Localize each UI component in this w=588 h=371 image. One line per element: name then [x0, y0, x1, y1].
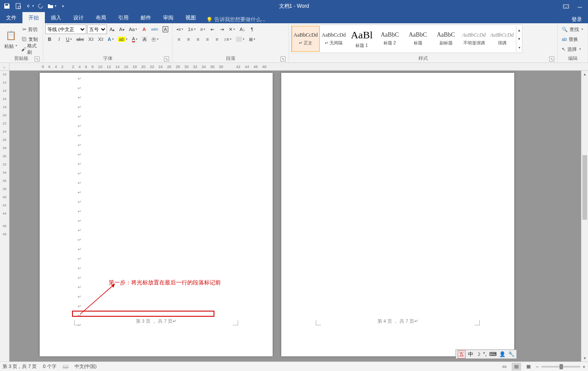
paragraph-group-label: 段落: [226, 56, 236, 61]
paragraph-launcher[interactable]: ⤡: [280, 56, 286, 62]
style-item-1[interactable]: AaBbCcDd↵ 无间隔: [320, 26, 348, 52]
paste-icon: 📋: [4, 28, 18, 42]
qat-dropdown[interactable]: ▾: [58, 1, 68, 11]
cut-button[interactable]: ✂ 剪切: [19, 25, 41, 34]
style-item-4[interactable]: AaBbC标题: [404, 26, 432, 52]
horizontal-ruler[interactable]: ∟ 86422468101214161820222426283032343638…: [0, 63, 588, 71]
phonetic-button[interactable]: A: [140, 25, 148, 34]
ribbon-options-button[interactable]: [560, 1, 572, 11]
asian-layout-button[interactable]: ✕▾: [227, 25, 237, 34]
underline-button[interactable]: U▾: [64, 34, 74, 44]
style-name: 强调: [498, 40, 506, 46]
multilevel-button[interactable]: ≡▾: [198, 25, 207, 34]
tab-view[interactable]: 视图: [179, 12, 202, 23]
clipboard-launcher[interactable]: ⤡: [35, 56, 40, 62]
gallery-up[interactable]: ▲: [516, 26, 522, 34]
strike-button[interactable]: abc: [75, 34, 86, 44]
tab-layout[interactable]: 布局: [90, 12, 112, 23]
paste-button[interactable]: 📋 粘贴▾: [2, 25, 19, 53]
redo-button[interactable]: [35, 1, 46, 11]
save-button[interactable]: [2, 1, 12, 11]
align-center-button[interactable]: ≡: [184, 34, 193, 44]
style-item-6[interactable]: AaBbCcDd不明显强调: [460, 26, 488, 52]
styles-group-label: 样式: [418, 56, 428, 61]
copy-icon: ⿻: [22, 37, 27, 42]
style-preview: AaBbCcDd: [490, 32, 514, 38]
style-preview: AaBbC: [409, 31, 427, 38]
style-item-0[interactable]: AaBbCcDd↵ 正文: [292, 26, 320, 52]
titlebar: ▾ ▾ ▾ 文档1 - Word: [0, 0, 588, 12]
font-color-button[interactable]: A▾: [130, 34, 139, 44]
font-launcher[interactable]: ⤡: [164, 56, 169, 62]
tab-design[interactable]: 设计: [67, 12, 90, 23]
distribute-button[interactable]: ≡: [213, 34, 221, 44]
tab-home[interactable]: 开始: [22, 12, 45, 23]
superscript-button[interactable]: X2: [96, 34, 105, 44]
style-preview: AaBbC: [437, 31, 455, 38]
align-left-button[interactable]: ≡: [175, 34, 183, 44]
decrease-indent-button[interactable]: ⇤: [208, 25, 217, 34]
char-shading-button[interactable]: A: [140, 34, 149, 44]
brush-icon: 🖌: [21, 47, 26, 52]
tell-me-box[interactable]: 💡告诉我您想要做什么...: [202, 16, 265, 23]
highlight-button[interactable]: ab▾: [116, 34, 129, 44]
window-title: 文档1 - Word: [279, 3, 309, 10]
cursor-icon: ↖: [562, 47, 566, 52]
undo-button[interactable]: ▾: [24, 1, 35, 11]
bulb-icon: 💡: [206, 17, 213, 23]
sort-button[interactable]: A↓: [238, 25, 247, 34]
styles-launcher[interactable]: ⤡: [549, 56, 554, 62]
tab-file[interactable]: 文件: [0, 12, 22, 23]
gallery-more[interactable]: ▾: [516, 43, 522, 52]
replace-button[interactable]: ab替换: [560, 34, 580, 44]
signin-button[interactable]: 登录: [572, 16, 588, 23]
grow-font-button[interactable]: A▴: [108, 25, 116, 34]
font-name-select[interactable]: 等线 (中文正: [45, 25, 86, 34]
justify-button[interactable]: ≡: [203, 34, 212, 44]
change-case-button[interactable]: Aa▾: [127, 25, 139, 34]
style-item-3[interactable]: AaBbC标题 2: [376, 26, 404, 52]
tab-references[interactable]: 引用: [112, 12, 135, 23]
clipboard-group-label: 剪贴板: [14, 56, 28, 61]
tab-review[interactable]: 审阅: [157, 12, 179, 23]
tab-insert[interactable]: 插入: [45, 12, 67, 23]
increase-indent-button[interactable]: ⇥: [217, 25, 226, 34]
style-name: ↵ 无间隔: [325, 40, 343, 46]
subscript-button[interactable]: X2: [87, 34, 95, 44]
font-group-label: 字体: [103, 56, 113, 61]
shrink-font-button[interactable]: A▾: [117, 25, 126, 34]
tab-mailings[interactable]: 邮件: [135, 12, 157, 23]
line-spacing-button[interactable]: ↕≡▾: [222, 34, 233, 44]
gallery-down[interactable]: ▼: [516, 34, 522, 43]
print-preview-button[interactable]: [13, 1, 23, 11]
style-preview: AaBbCcDd: [322, 32, 346, 38]
bullets-button[interactable]: ⦁≡▾: [175, 25, 185, 34]
style-item-5[interactable]: AaBbC副标题: [432, 26, 460, 52]
text-effects-button[interactable]: A▾: [106, 34, 116, 44]
enclose-button[interactable]: ㊥▾: [150, 34, 160, 44]
borders-button[interactable]: ⊞▾: [247, 34, 257, 44]
show-marks-button[interactable]: ¶: [248, 25, 256, 34]
replace-icon: ab: [562, 37, 567, 42]
italic-button[interactable]: I: [55, 34, 63, 44]
style-preview: AaBl: [351, 29, 373, 41]
style-name: 标题 1: [355, 43, 368, 49]
font-size-select[interactable]: 五号: [87, 25, 107, 34]
format-painter-button[interactable]: 🖌 格式刷: [19, 44, 41, 54]
tab-selector[interactable]: ∟: [0, 63, 9, 70]
clear-format-button[interactable]: wén: [149, 25, 160, 34]
align-right-button[interactable]: ≡: [194, 34, 202, 44]
shading-button[interactable]: ▾: [234, 34, 246, 44]
minimize-button[interactable]: [573, 1, 586, 11]
style-name: 标题 2: [384, 40, 396, 46]
bold-button[interactable]: B: [45, 34, 54, 44]
char-border-button[interactable]: A: [161, 25, 170, 34]
style-preview: AaBbCcDd: [462, 32, 486, 38]
open-button[interactable]: ▾: [47, 1, 57, 11]
style-item-7[interactable]: AaBbCcDd强调: [488, 26, 516, 52]
select-button[interactable]: ↖选择▾: [560, 44, 583, 54]
style-name: 副标题: [440, 40, 453, 46]
style-item-2[interactable]: AaBl标题 1: [348, 26, 376, 52]
numbering-button[interactable]: 1≡▾: [186, 25, 198, 34]
find-button[interactable]: 🔍查找▾: [560, 25, 585, 34]
